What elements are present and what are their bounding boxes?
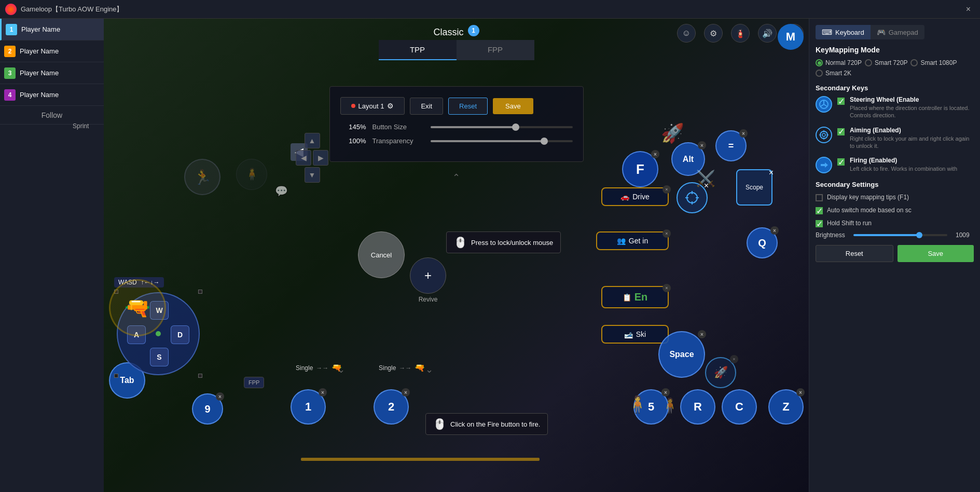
num9-key-button[interactable]: 9 × — [192, 393, 223, 425]
dir-right[interactable]: ▶ — [313, 150, 328, 166]
dir-down[interactable]: ▼ — [305, 167, 320, 183]
dir-up[interactable]: ▲ — [305, 133, 320, 148]
transparency-thumb[interactable] — [541, 138, 548, 145]
eq-key-button[interactable]: = × — [715, 130, 747, 161]
weapon-down-2[interactable]: ⌄ — [425, 364, 433, 375]
player-slot-3[interactable]: 3 Player Name — [0, 62, 104, 84]
player-name-2: Player Name — [20, 47, 59, 55]
s-key[interactable]: S — [150, 348, 169, 366]
d-key[interactable]: D — [171, 325, 189, 344]
r-key-button[interactable]: R — [680, 389, 715, 425]
f-key-close[interactable]: × — [651, 150, 659, 158]
transparency-slider[interactable] — [431, 140, 573, 142]
user-avatar[interactable]: M — [778, 24, 804, 50]
smart-1080p-radio[interactable] — [910, 59, 918, 66]
resize-handle-tr[interactable] — [198, 290, 202, 294]
button-size-thumb[interactable] — [512, 124, 519, 131]
panel-reset-button[interactable]: Reset — [816, 245, 893, 262]
cancel-button[interactable]: Cancel — [358, 231, 405, 278]
keyboard-mode-button[interactable]: ⌨ Keyboard — [816, 25, 871, 39]
z-close[interactable]: × — [796, 388, 805, 397]
space-key-button[interactable]: Space × — [658, 331, 705, 378]
eq-key-close[interactable]: × — [739, 129, 748, 138]
player-silhouette-2: 🧍 — [236, 159, 267, 190]
den-button[interactable]: 📋 En × — [601, 286, 669, 308]
brightness-thumb[interactable] — [916, 232, 922, 238]
player-slot-4[interactable]: 4 Player Name — [0, 84, 104, 106]
player-slot-2[interactable]: 2 Player Name — [0, 40, 104, 62]
resize-handle-br[interactable] — [198, 374, 202, 378]
q-key-button[interactable]: Q × — [747, 227, 778, 258]
button-size-row: 145% Button Size — [340, 123, 573, 131]
ski-button[interactable]: 🎿 Ski — [601, 325, 669, 344]
scope-close[interactable]: × — [769, 168, 774, 177]
chevron-up-icon[interactable]: ⌃ — [452, 172, 460, 183]
get-in-button[interactable]: 👥 Get in × — [596, 231, 669, 250]
chat-icon[interactable]: 💬 — [275, 185, 288, 197]
num9-close[interactable]: × — [216, 392, 224, 401]
drive-button[interactable]: 🚗 Drive × — [601, 187, 669, 206]
layout-popup: Layout 1 ⚙ Exit Reset Save 145% Button S… — [329, 86, 584, 162]
smart-2k-option[interactable]: Smart 2K — [816, 70, 851, 77]
right-panel: ⌨ Keyboard 🎮 Gamepad KeyMapping Mode Nor… — [809, 19, 980, 492]
auto-switch-checkbox[interactable]: ✓ — [816, 207, 823, 214]
press-lock-text: Press to lock/unlock mouse — [471, 239, 553, 247]
smart-720p-option[interactable]: Smart 720P — [865, 59, 907, 66]
display-tips-checkbox[interactable] — [816, 194, 823, 201]
firing-checkbox[interactable]: ✓ — [837, 158, 845, 166]
c-key-button[interactable]: C — [722, 389, 757, 425]
tpp-tab[interactable]: TPP — [379, 40, 457, 60]
normal-720p-radio[interactable] — [816, 59, 823, 66]
aiming-checkbox[interactable]: ✓ — [837, 128, 845, 135]
game-mode-header: Classic 1 TPP FPP — [379, 19, 534, 60]
smart-720p-radio[interactable] — [865, 59, 872, 66]
getin-close[interactable]: × — [662, 229, 671, 238]
smart-1080p-option[interactable]: Smart 1080P — [910, 59, 957, 66]
player-number-3: 3 — [4, 67, 16, 79]
fpp-tab[interactable]: FPP — [457, 40, 534, 60]
num2-key-button[interactable]: 2 × — [374, 389, 409, 425]
smart-2k-radio[interactable] — [816, 70, 823, 77]
settings-icon[interactable]: ⚙ — [704, 24, 723, 43]
smiley-icon[interactable]: ☺ — [677, 24, 696, 43]
reset-button[interactable]: Reset — [448, 98, 488, 115]
save-button[interactable]: Save — [493, 98, 533, 114]
brightness-slider[interactable] — [853, 234, 947, 236]
weapon-down-1[interactable]: ⌄ — [337, 364, 345, 375]
den-close[interactable]: × — [662, 284, 671, 292]
resize-handle-bl[interactable] — [114, 374, 118, 378]
f-key-button[interactable]: F × — [622, 151, 658, 187]
exit-button[interactable]: Exit — [410, 98, 443, 115]
dir-left[interactable]: ◀ — [296, 150, 311, 166]
drive-close[interactable]: × — [662, 185, 671, 194]
layout-1-button[interactable]: Layout 1 ⚙ — [340, 97, 405, 115]
button-size-slider[interactable] — [431, 126, 573, 128]
secondary-settings-title: Secondary Settings — [816, 181, 974, 188]
num2-close[interactable]: × — [402, 388, 410, 397]
steering-wheel-checkbox[interactable]: ✓ — [837, 98, 845, 105]
weapon-silhouette: ⚔️ — [696, 169, 715, 187]
fpp-label-button[interactable]: FPP — [244, 377, 264, 388]
medkit-icon[interactable]: 🧯 — [731, 24, 750, 43]
close-button[interactable]: × — [962, 3, 975, 16]
alt-key-close[interactable]: × — [698, 141, 706, 149]
firing-desc: Left click to fire. Works in combination… — [850, 165, 974, 172]
z-key-button[interactable]: Z × — [768, 389, 804, 425]
brightness-row: Brightness 1009 — [816, 231, 974, 239]
scope-button[interactable]: Scope × — [736, 169, 772, 206]
revive-label: Revive — [419, 296, 438, 303]
num5-close[interactable]: × — [661, 388, 670, 397]
num1-close[interactable]: × — [319, 388, 327, 397]
gamepad-mode-button[interactable]: 🎮 Gamepad — [871, 25, 924, 39]
revive-button[interactable]: + Revive — [410, 257, 446, 303]
normal-720p-option[interactable]: Normal 720P — [816, 59, 862, 66]
player-slot-1[interactable]: 1 Player Name — [0, 19, 104, 40]
auto-switch-setting: ✓ Auto switch mode based on sc — [816, 206, 974, 214]
volume-icon[interactable]: 🔊 — [758, 24, 777, 43]
q-key-close[interactable]: × — [770, 226, 779, 235]
space-close[interactable]: × — [698, 330, 706, 338]
num1-key-button[interactable]: 1 × — [291, 389, 326, 425]
panel-save-button[interactable]: Save — [898, 245, 974, 262]
follow-button[interactable]: Follow — [0, 106, 104, 125]
hold-shift-checkbox[interactable]: ✓ — [816, 220, 823, 227]
